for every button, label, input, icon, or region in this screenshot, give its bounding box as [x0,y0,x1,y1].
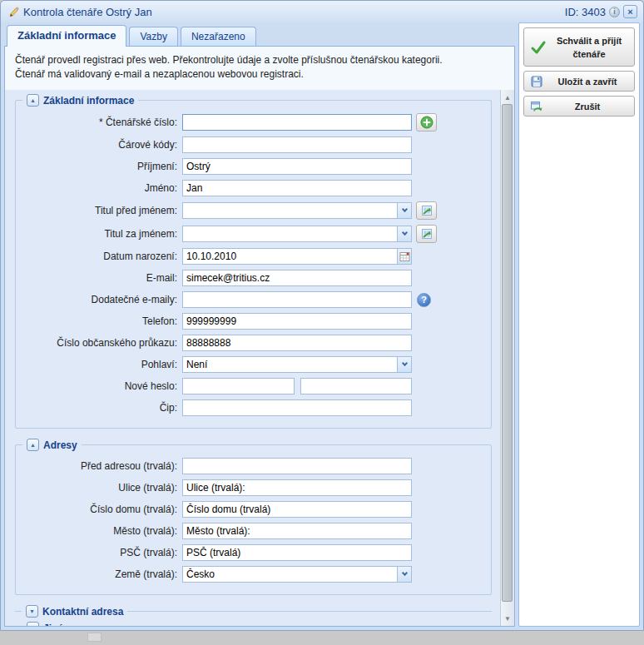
section-title: Jiné [43,623,63,627]
zip-field [182,544,412,561]
form-row: Titul za jménem: [22,225,484,243]
chevron-down-icon [401,570,407,576]
expand-toggle-icon[interactable]: ▼ [26,605,38,618]
form-row: Datum narození: [22,248,484,265]
edit-list-button[interactable] [416,201,437,220]
action-sidebar: Schválit a přijít čtenáře Uložit a zavří… [518,22,640,627]
tab-zakladni-informace[interactable]: Základní informace [7,25,126,47]
phone-field [182,313,412,330]
form-row: * Čtenářské číslo: [22,113,484,131]
titlebar: Kontrola čtenáře Ostrý Jan ID: 3403 i × [1,1,643,22]
barcodes-field [182,136,412,153]
street-label: Ulice (trvalá): [22,482,182,494]
email-input[interactable] [182,270,412,286]
add-button[interactable] [416,113,437,131]
scroll-down-icon[interactable]: ▼ [501,612,514,625]
combo-trigger-icon[interactable] [397,356,412,373]
city-input[interactable] [182,523,412,539]
house-number-label: Číslo domu (trvalá): [22,504,182,515]
combo-trigger-icon[interactable] [397,226,412,242]
birth-date-label: Datum narození: [22,251,182,262]
house-number-input[interactable] [182,501,412,518]
reader-number-input[interactable] [182,114,412,131]
form-sections: ▲Základní informace* Čtenářské číslo:Čár… [5,90,500,626]
form-row: Číslo domu (trvalá): [22,501,484,518]
collapse-toggle-icon[interactable]: ▲ [27,622,39,626]
form-row: Příjmení: [22,158,484,175]
save-and-close-button[interactable]: Uložit a zavřít [523,71,635,92]
gender-label: Pohlaví: [22,359,182,370]
info-icon[interactable]: i [609,7,620,17]
form-row: Město (trvalá): [22,523,484,539]
edit-list-button[interactable] [416,225,437,243]
vertical-scrollbar[interactable]: ▲ ▼ [500,90,514,626]
section-legend: ▲Základní informace [22,93,138,107]
surname-input[interactable] [182,158,412,175]
section-legend: ▲Adresy [22,438,82,452]
cancel-button[interactable]: Zrušit [523,96,635,117]
gender-input[interactable] [182,356,412,373]
notice-line-1: Čtenář provedl registraci přes web. Přek… [15,53,504,67]
new-password-confirm-input[interactable] [300,378,413,394]
gender-field [182,356,412,373]
new-password-input[interactable] [182,378,295,394]
window-title: Kontrola čtenáře Ostrý Jan [23,6,152,18]
approve-reader-button[interactable]: Schválit a přijít čtenáře [523,27,635,67]
country-field [182,566,412,583]
first-name-field [182,180,412,196]
combo-trigger-icon[interactable] [397,566,412,583]
additional-emails-field [182,291,412,308]
section-basic: ▲Základní informace* Čtenářské číslo:Čár… [15,100,492,429]
form-row: Čárové kódy: [22,136,484,153]
section-title: Kontaktní adresa [42,606,123,618]
barcodes-label: Čárové kódy: [22,139,182,151]
collapse-toggle-icon[interactable]: ▲ [27,439,39,451]
id-card-number-input[interactable] [182,335,412,351]
address-prefix-input[interactable] [182,458,412,474]
chevron-down-icon [401,360,407,366]
phone-label: Telefon: [22,315,182,327]
section-addresses: ▲AdresyPřed adresou (trvalá):Ulice (trva… [15,444,492,595]
chip-label: Čip: [22,402,182,414]
scroll-up-icon[interactable]: ▲ [501,91,514,104]
title-before-name-input[interactable] [182,202,412,219]
tab-nezarazeno[interactable]: Nezařazeno [181,27,256,46]
section-title: Základní informace [43,95,134,107]
approve-reader-label: Schválit a přijít čtenáře [551,34,627,61]
scrollbar-thumb[interactable] [502,104,513,602]
form-row: E-mail: [22,270,484,286]
phone-input[interactable] [182,313,412,330]
country-input[interactable] [182,566,412,583]
chip-field [182,399,412,416]
title-after-name-input[interactable] [182,226,412,242]
form-row: Telefon: [22,313,484,330]
chip-input[interactable] [182,399,412,416]
form-row: Před adresou (trvalá): [22,458,484,474]
collapse-toggle-icon[interactable]: ▲ [27,94,39,107]
chevron-down-icon [401,230,407,236]
tab-body: Čtenář provedl registraci přes web. Přek… [4,46,515,627]
edit-list-icon [420,204,433,217]
id-card-number-label: Číslo občanského průkazu: [22,337,182,349]
reader-number-label: * Čtenářské číslo: [22,117,182,128]
first-name-label: Jméno: [22,182,182,194]
additional-emails-input[interactable] [182,291,412,308]
barcodes-input[interactable] [182,136,412,153]
close-icon[interactable]: × [623,5,637,18]
city-label: Město (trvalá): [22,525,182,537]
surname-field [182,158,412,175]
combo-trigger-icon[interactable] [397,202,412,219]
zip-input[interactable] [182,544,412,561]
desktop-background [0,631,644,645]
date-picker-icon[interactable] [397,248,412,265]
birth-date-input[interactable] [182,248,412,265]
birth-date-field [182,248,412,265]
cancel-label: Zrušit [575,102,601,112]
tab-vazby[interactable]: Vazby [129,27,177,46]
first-name-input[interactable] [182,180,412,196]
country-label: Země (trvalá): [22,568,182,580]
form-row: Ulice (trvalá): [22,479,484,496]
help-icon[interactable]: ? [417,293,431,307]
street-input[interactable] [182,479,412,496]
additional-emails-label: Dodatečné e-maily: [22,294,182,305]
